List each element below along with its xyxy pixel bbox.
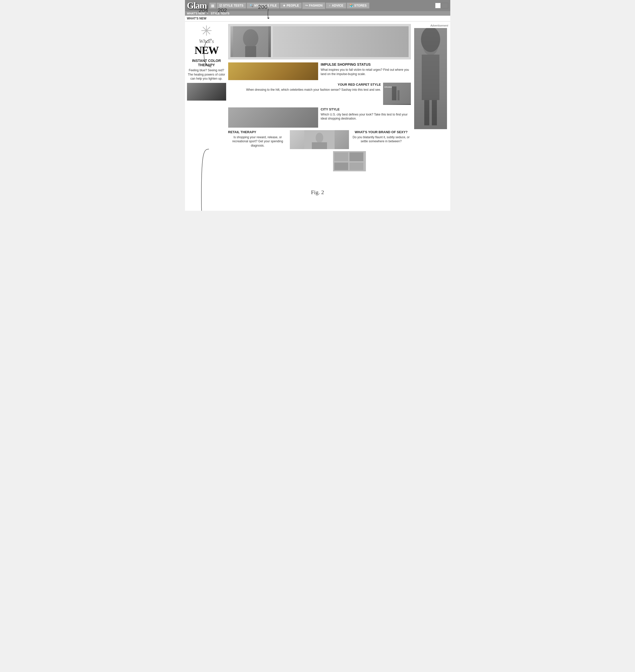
star-icon: ★ <box>283 4 286 7</box>
grid-icon: ▦ <box>211 3 214 7</box>
impulse-title: IMPULSE SHOPPING STATUS <box>321 62 411 67</box>
nav-bar: Glam ▦ ☑ STYLE TESTS 🔍 MY STYLE FILE ★ P… <box>185 0 450 11</box>
advice-icon: ♀ <box>328 4 331 7</box>
impulse-desc: What inspires you to fall victim to reta… <box>321 68 411 76</box>
nav-icon-box[interactable]: ▦ <box>209 2 216 8</box>
brand-sexy-thumb <box>333 151 366 171</box>
svg-rect-6 <box>392 86 396 100</box>
fashion-icon: 〜 <box>305 3 308 8</box>
search-box[interactable] <box>435 3 441 8</box>
stores-icon: 🏪 <box>349 4 353 7</box>
city-style-thumb <box>228 107 319 128</box>
city-style-row: CITY STYLE Which U.S. city best defines … <box>228 107 411 128</box>
impulse-thumb <box>228 62 319 80</box>
instant-color-thumb <box>187 83 226 101</box>
profile-box[interactable] <box>441 3 448 8</box>
city-style-title: CITY STYLE <box>321 107 411 111</box>
red-carpet-title: YOUR RED CARPET STYLE <box>228 83 381 87</box>
retail-therapy-article[interactable]: RETAIL THERAPY Is shopping your reward, … <box>228 130 287 149</box>
nav-people[interactable]: ★ PEOPLE <box>280 2 302 8</box>
left-column: ✳ What's NEW INSTANT COLOR THERAPY Feeli… <box>187 24 226 171</box>
search-icon: 🔍 <box>249 4 253 7</box>
red-carpet-text: YOUR RED CARPET STYLE When dressing to t… <box>228 83 381 105</box>
retail-therapy-thumb <box>290 130 349 149</box>
red-carpet-desc: When dressing to the hilt, which celebri… <box>228 88 381 92</box>
sub-nav-whats-new[interactable]: WHAT'S NEW <box>187 12 205 15</box>
site-logo[interactable]: Glam <box>187 1 207 10</box>
impulse-text: IMPULSE SHOPPING STATUS What inspires yo… <box>321 62 411 80</box>
whats-label: What's <box>187 38 226 44</box>
svg-rect-10 <box>312 142 327 149</box>
brand-sexy-title: WHAT'S YOUR BRAND OF SEXY? <box>351 130 411 134</box>
breadcrumb: WHAT'S NEW <box>185 16 450 21</box>
nav-my-style-file[interactable]: 🔍 MY STYLE FILE <box>247 2 280 8</box>
svg-rect-12 <box>334 152 348 161</box>
sub-nav: WHAT'S NEW • STYLE TESTS <box>185 11 450 16</box>
new-label: NEW <box>187 44 226 56</box>
svg-rect-14 <box>334 162 348 170</box>
center-column: IMPULSE SHOPPING STATUS What inspires yo… <box>228 24 411 171</box>
red-carpet-row: YOUR RED CARPET STYLE When dressing to t… <box>228 83 411 105</box>
impulse-article[interactable] <box>228 62 319 80</box>
retail-therapy-desc: Is shopping your reward, release, or rec… <box>228 135 287 148</box>
svg-rect-15 <box>349 162 363 170</box>
svg-rect-13 <box>349 152 363 161</box>
nav-style-tests[interactable]: ☑ STYLE TESTS <box>217 2 246 8</box>
city-style-desc: Which U.S. city best defines your look? … <box>321 112 411 121</box>
svg-rect-20 <box>432 100 437 125</box>
svg-point-9 <box>315 133 323 143</box>
brand-sexy-desc: Do you blatantly flaunt it, subtly seduc… <box>351 135 411 144</box>
city-style-text: CITY STYLE Which U.S. city best defines … <box>321 107 411 121</box>
brand-sexy-thumb-row <box>228 151 411 171</box>
hero-face-image <box>231 26 271 57</box>
svg-rect-7 <box>397 90 399 100</box>
hero-area <box>228 24 411 59</box>
nav-advice[interactable]: ♀ ADVICE <box>326 2 346 8</box>
nav-stores[interactable]: 🏪 STORES <box>347 2 369 8</box>
svg-rect-3 <box>245 46 256 57</box>
fig-label: Fig. 2 <box>185 189 450 196</box>
brand-sexy-article[interactable]: WHAT'S YOUR BRAND OF SEXY? Do you blatan… <box>351 130 411 149</box>
asterisk-icon: ✳ <box>187 24 226 38</box>
red-carpet-thumb: DRAMATIC <box>383 83 411 105</box>
svg-rect-18 <box>422 55 439 100</box>
svg-rect-19 <box>424 100 429 125</box>
bottom-row: RETAIL THERAPY Is shopping your reward, … <box>228 130 411 149</box>
checkbox-icon: ☑ <box>219 4 222 7</box>
instant-color-desc: Feeling blue? Seeing red? The healing po… <box>187 68 226 81</box>
instant-color-title: INSTANT COLOR THERAPY <box>187 59 226 67</box>
instant-color-article[interactable]: INSTANT COLOR THERAPY Feeling blue? Seei… <box>187 59 226 81</box>
svg-point-2 <box>243 29 258 47</box>
retail-therapy-title: RETAIL THERAPY <box>228 130 287 134</box>
sub-nav-style-tests[interactable]: STYLE TESTS <box>211 12 229 15</box>
articles-top-row: IMPULSE SHOPPING STATUS What inspires yo… <box>228 62 411 80</box>
hero-banner-image <box>273 26 409 57</box>
whats-new-logo: ✳ What's NEW <box>187 24 226 56</box>
advertisement-image <box>414 28 447 129</box>
nav-fashion[interactable]: 〜 FASHION <box>302 2 325 9</box>
advertisement-label: Advertisement <box>413 24 448 27</box>
right-column: Advertisement <box>413 24 448 171</box>
